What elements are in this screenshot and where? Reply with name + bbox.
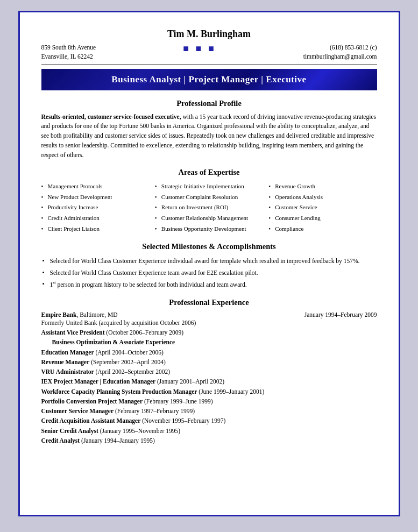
milestones-section-title: Selected Milestones & Accomplishments: [41, 242, 377, 251]
expertise-item: Compliance: [268, 224, 377, 235]
milestone-item: Selected for World Class Customer Experi…: [41, 256, 377, 267]
expertise-item: Client Project Liaison: [41, 224, 150, 235]
expertise-item: Operations Analysis: [268, 192, 377, 203]
expertise-col-3: Revenue Growth Operations Analysis Custo…: [268, 181, 377, 235]
decorative-dots: ■ ■ ■: [183, 43, 216, 54]
job-role: Credit Analyst (January 1994–January 199…: [41, 436, 377, 445]
company-name: Empire Bank: [41, 311, 77, 318]
email: timmburlingham@gmail.com: [303, 52, 377, 61]
job-role: Portfolio Conversion Project Manager (Fe…: [41, 397, 377, 406]
milestone-item: Selected for World Class Customer Experi…: [41, 267, 377, 279]
job-role: Credit Acquisition Assistant Manager (No…: [41, 416, 377, 425]
title-banner: Business Analyst | Project Manager | Exe…: [41, 69, 377, 90]
expertise-item: Consumer Lending: [268, 213, 377, 224]
job-role: IEX Project Manager | Education Manager …: [41, 377, 377, 386]
job-company: Empire Bank, Baltimore, MD: [41, 311, 118, 318]
job-role: Assistant Vice President (October 2006–F…: [41, 328, 377, 337]
job-company-row: Empire Bank, Baltimore, MD January 1994–…: [41, 311, 377, 318]
job-note: Formerly United Bank (acquired by acquis…: [41, 318, 377, 328]
expertise-item: Credit Administration: [41, 213, 150, 224]
expertise-item: Customer Relationship Management: [155, 213, 263, 224]
experience-section: Empire Bank, Baltimore, MD January 1994–…: [41, 311, 377, 445]
address-line2: Evansville, IL 62242: [41, 52, 96, 61]
expertise-item: Productivity Increase: [41, 202, 150, 213]
address-block: 859 South 8th Avenue Evansville, IL 6224…: [41, 43, 96, 62]
header-divider: [41, 64, 377, 65]
expertise-item: Customer Complaint Resolution: [155, 192, 263, 203]
profile-bold-intro: Results-oriented, customer service-focus…: [41, 114, 181, 120]
resume-page: Tim M. Burlingham 859 South 8th Avenue E…: [18, 11, 400, 516]
milestones-list: Selected for World Class Customer Experi…: [41, 256, 377, 290]
profile-section-title: Professional Profile: [41, 99, 377, 108]
profile-body: Results-oriented, customer service-focus…: [41, 112, 377, 160]
milestone-item: 1st person in program history to be sele…: [41, 279, 377, 290]
expertise-item: Return on Investment (ROI): [155, 202, 263, 213]
candidate-name: Tim M. Burlingham: [41, 29, 377, 40]
address-line1: 859 South 8th Avenue: [41, 43, 96, 52]
expertise-item: Business Opportunity Development: [155, 224, 263, 235]
phone: (618) 853-6812 (c): [303, 43, 377, 52]
job-dates: January 1994–February 2009: [304, 311, 377, 318]
expertise-col-1: Management Protocols New Product Develop…: [41, 181, 150, 235]
job-role-indent: Business Optimization & Associate Experi…: [52, 338, 377, 347]
job-role: Revenue Manager (September 2002–April 20…: [41, 358, 377, 367]
expertise-item: Strategic Initiative Implementation: [155, 181, 263, 192]
job-role: Workforce Capacity Planning System Produ…: [41, 387, 377, 396]
job-role: VRU Administrator (April 2002–September …: [41, 367, 377, 377]
expertise-item: Customer Service: [268, 202, 377, 213]
phone-email-block: (618) 853-6812 (c) timmburlingham@gmail.…: [303, 43, 377, 62]
expertise-section-title: Areas of Expertise: [41, 168, 377, 177]
expertise-col-2: Strategic Initiative Implementation Cust…: [155, 181, 263, 235]
experience-section-title: Professional Experience: [41, 298, 377, 307]
blue-square-dots: ■ ■ ■: [183, 43, 216, 54]
job-role: Customer Service Manager (February 1997–…: [41, 407, 377, 416]
expertise-grid: Management Protocols New Product Develop…: [41, 181, 377, 235]
job-role: Education Manager (April 2004–October 20…: [41, 348, 377, 357]
header-contact: 859 South 8th Avenue Evansville, IL 6224…: [41, 43, 377, 62]
job-role: Senior Credit Analyst (January 1995–Nove…: [41, 427, 377, 436]
expertise-item: New Product Development: [41, 192, 150, 203]
expertise-item: Revenue Growth: [268, 181, 377, 192]
expertise-item: Management Protocols: [41, 181, 150, 192]
